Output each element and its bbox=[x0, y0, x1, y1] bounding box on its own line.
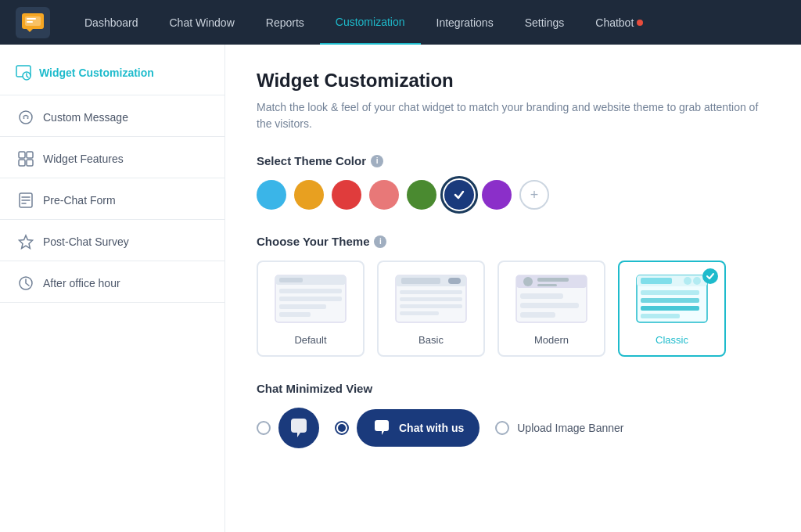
sidebar-item-widget-features[interactable]: Widget Features bbox=[0, 140, 224, 178]
nav-dashboard[interactable]: Dashboard bbox=[69, 0, 154, 45]
pre-chat-form-icon bbox=[18, 192, 34, 208]
theme-preview-classic bbox=[633, 271, 711, 334]
sidebar-divider-5 bbox=[0, 261, 224, 261]
nav-chatbot[interactable]: Chatbot bbox=[580, 0, 659, 45]
custom-message-icon bbox=[18, 110, 34, 125]
svg-rect-22 bbox=[279, 289, 342, 293]
svg-rect-47 bbox=[641, 290, 699, 295]
minimized-options: Chat with us Upload Image Banner bbox=[257, 408, 770, 448]
swatch-red[interactable] bbox=[332, 180, 361, 210]
theme-color-section-title: Select Theme Color i bbox=[257, 154, 770, 167]
chat-bubble-icon bbox=[278, 408, 319, 448]
nav-reports[interactable]: Reports bbox=[250, 0, 320, 45]
nav-customization[interactable]: Customization bbox=[320, 0, 421, 45]
svg-rect-3 bbox=[27, 21, 33, 23]
page-layout: Widget Customization Custom Message bbox=[0, 45, 801, 532]
svg-rect-49 bbox=[641, 306, 699, 311]
logo[interactable] bbox=[16, 7, 50, 38]
sidebar-item-post-chat-survey[interactable]: Post-Chat Survey bbox=[0, 223, 224, 261]
sidebar-item-custom-message[interactable]: Custom Message bbox=[0, 99, 224, 136]
page-description: Match the look & feel of your chat widge… bbox=[257, 99, 770, 132]
svg-rect-28 bbox=[401, 278, 440, 284]
sidebar: Widget Customization Custom Message bbox=[0, 45, 225, 532]
top-navigation: Dashboard Chat Window Reports Customizat… bbox=[0, 0, 801, 45]
sidebar-divider bbox=[0, 95, 224, 95]
theme-card-default[interactable]: Default bbox=[257, 261, 365, 357]
theme-label-default: Default bbox=[294, 334, 326, 346]
svg-rect-2 bbox=[27, 18, 36, 20]
swatch-blue[interactable] bbox=[257, 180, 286, 210]
svg-marker-17 bbox=[20, 235, 33, 249]
nav-chat-window[interactable]: Chat Window bbox=[154, 0, 250, 45]
nav-settings[interactable]: Settings bbox=[509, 0, 580, 45]
radio-option-chat-with-us[interactable]: Chat with us bbox=[335, 409, 480, 447]
radio-chat-with-us[interactable] bbox=[335, 421, 349, 435]
widget-features-icon bbox=[18, 151, 34, 167]
svg-rect-41 bbox=[520, 312, 555, 318]
svg-rect-23 bbox=[279, 297, 342, 301]
theme-selected-checkmark bbox=[702, 268, 718, 284]
theme-card-basic[interactable]: Basic bbox=[377, 261, 485, 357]
svg-point-46 bbox=[684, 277, 691, 285]
svg-rect-50 bbox=[641, 314, 680, 318]
after-office-hour-icon bbox=[18, 275, 34, 291]
sidebar-item-after-office-hour[interactable]: After office hour bbox=[0, 264, 224, 302]
theme-preview-modern bbox=[512, 271, 591, 334]
color-swatches: + bbox=[257, 180, 770, 210]
svg-point-7 bbox=[23, 117, 25, 119]
widget-customization-icon bbox=[16, 65, 31, 81]
chatbot-notification-dot bbox=[637, 20, 643, 26]
chat-with-us-preview: Chat with us bbox=[357, 409, 480, 447]
sidebar-divider-3 bbox=[0, 178, 224, 178]
svg-rect-10 bbox=[27, 152, 33, 158]
radio-upload-image[interactable] bbox=[495, 421, 509, 435]
svg-rect-21 bbox=[279, 278, 303, 282]
theme-label-basic: Basic bbox=[418, 334, 444, 346]
theme-color-info-icon[interactable]: i bbox=[371, 155, 383, 167]
svg-point-45 bbox=[693, 277, 701, 285]
svg-rect-39 bbox=[520, 293, 563, 299]
sidebar-divider-6 bbox=[0, 302, 224, 303]
theme-card-modern[interactable]: Modern bbox=[497, 261, 605, 357]
svg-rect-12 bbox=[27, 160, 33, 166]
radio-option-upload-image[interactable]: Upload Image Banner bbox=[495, 421, 623, 435]
sidebar-divider-2 bbox=[0, 136, 224, 137]
svg-rect-44 bbox=[641, 278, 672, 284]
svg-rect-40 bbox=[520, 303, 579, 308]
svg-rect-11 bbox=[19, 160, 25, 166]
svg-rect-30 bbox=[400, 290, 462, 294]
theme-info-icon[interactable]: i bbox=[374, 235, 386, 248]
minimized-view-section-title: Chat Minimized View bbox=[257, 382, 770, 395]
svg-rect-29 bbox=[448, 278, 461, 284]
swatch-orange[interactable] bbox=[294, 180, 324, 210]
theme-section-title: Choose Your Theme i bbox=[257, 235, 770, 248]
radio-bubble[interactable] bbox=[257, 421, 271, 435]
swatch-pink[interactable] bbox=[369, 180, 399, 210]
swatch-green[interactable] bbox=[407, 180, 436, 210]
page-title: Widget Customization bbox=[257, 70, 770, 92]
sidebar-item-pre-chat-form[interactable]: Pre-Chat Form bbox=[0, 182, 224, 219]
theme-preview-default bbox=[271, 271, 350, 334]
radio-option-bubble[interactable] bbox=[257, 408, 319, 448]
swatch-add-custom[interactable]: + bbox=[519, 180, 549, 210]
nav-integrations[interactable]: Integrations bbox=[421, 0, 509, 45]
svg-rect-24 bbox=[279, 304, 326, 309]
chat-with-us-icon bbox=[372, 419, 391, 437]
sidebar-header[interactable]: Widget Customization bbox=[0, 57, 224, 95]
swatch-checkmark-icon bbox=[454, 189, 465, 200]
svg-rect-25 bbox=[279, 312, 311, 317]
svg-rect-9 bbox=[19, 152, 25, 158]
theme-card-classic[interactable]: Classic bbox=[618, 261, 726, 357]
svg-rect-37 bbox=[537, 278, 569, 282]
svg-point-36 bbox=[523, 277, 533, 286]
swatch-purple[interactable] bbox=[482, 180, 512, 210]
main-content: Widget Customization Match the look & fe… bbox=[225, 45, 801, 532]
svg-rect-38 bbox=[537, 284, 557, 286]
swatch-dark-blue[interactable] bbox=[444, 180, 474, 210]
svg-rect-31 bbox=[400, 297, 462, 301]
svg-rect-33 bbox=[400, 311, 439, 315]
theme-cards: Default Basic bbox=[257, 261, 770, 357]
svg-rect-32 bbox=[400, 304, 462, 308]
theme-label-modern: Modern bbox=[534, 334, 569, 346]
svg-point-6 bbox=[20, 111, 32, 124]
